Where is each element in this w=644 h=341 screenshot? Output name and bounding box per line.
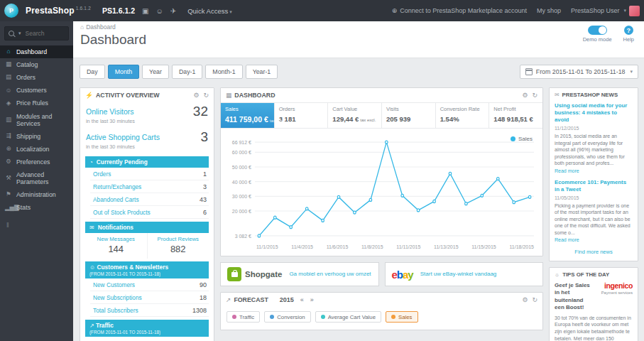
activity-overview-panel: ⚡ ACTIVITY OVERVIEW ⚙↻ Online Visitors 3… <box>80 87 214 341</box>
legend-traffic-toggle[interactable]: Traffic <box>227 311 260 323</box>
sidebar-item-advanced-parameters[interactable]: ⚒Advanced Parameters <box>0 168 73 188</box>
refresh-icon[interactable]: ↻ <box>532 296 537 303</box>
kpi-cart-value-tab[interactable]: Cart Value129,44 €tax excl. <box>328 103 382 128</box>
calendar-icon <box>525 68 533 75</box>
filter-day-1-button[interactable]: Day-1 <box>172 65 202 79</box>
prestashop-admin: P PrestaShop1.6.1.2 PS1.6.1.2 ▣ ☺ ✈ Quic… <box>0 0 644 341</box>
kpi-sales-tab[interactable]: Sales411 759,00 €tax excl. <box>221 103 275 128</box>
sidebar-item-administration[interactable]: ⚑Administration <box>0 188 73 201</box>
shopgate-link[interactable]: Ga mobiel en verhoog uw omzet <box>289 271 371 278</box>
sidebar-item-price-rules[interactable]: ◈Price Rules <box>0 97 73 109</box>
new-messages-cell[interactable]: New Messages144 <box>85 233 147 259</box>
sidebar-item-orders[interactable]: ▤Orders <box>0 71 73 84</box>
prestashop-logo[interactable]: P <box>4 4 18 18</box>
filter-year-1-button[interactable]: Year-1 <box>246 65 278 79</box>
sales-line-chart <box>255 136 534 242</box>
pending-row-link[interactable]: Abandoned Carts <box>93 196 139 203</box>
gear-icon[interactable]: ⚙ <box>522 92 528 99</box>
module-ads-row: Shopgate Ga mobiel en verhoog uw omzet e… <box>220 262 543 286</box>
shipping-icon: ⇶ <box>5 133 12 140</box>
plane-icon[interactable]: ✈ <box>170 7 176 15</box>
news-article: Using social media for your business: 4 … <box>550 102 638 178</box>
customers-row-link[interactable]: New Customers <box>93 281 135 288</box>
prev-year-button[interactable]: « <box>300 296 304 303</box>
sidebar-item-catalog[interactable]: ▦Catalog <box>0 58 73 71</box>
chart-legend[interactable]: Sales <box>511 136 533 142</box>
demo-mode-toggle[interactable] <box>588 26 607 35</box>
sidebar-item-dashboard[interactable]: ⌂Dashboard <box>0 45 73 58</box>
active-carts-subtext: in the last 30 minutes <box>80 144 214 153</box>
filter-day-button[interactable]: Day <box>80 65 105 79</box>
gear-icon[interactable]: ⚙ <box>522 296 528 303</box>
user-menu[interactable]: PrestaShop User▾ <box>571 6 640 16</box>
shopgate-ad[interactable]: Shopgate Ga mobiel en verhoog uw omzet <box>220 262 379 286</box>
kpi-conversion-tab[interactable]: Conversion Rate1.54% <box>436 103 490 128</box>
article-title-link[interactable]: Ecommerce 101: Payments in a Tweet <box>555 179 633 193</box>
refresh-icon[interactable]: ↻ <box>532 92 537 99</box>
refresh-icon[interactable]: ↻ <box>203 92 209 99</box>
legend-avg-cart-toggle[interactable]: Average Cart Value <box>315 311 381 323</box>
customers-row-link[interactable]: Total Subscribers <box>93 307 138 314</box>
sidebar-item-shipping[interactable]: ⇶Shipping <box>0 130 73 143</box>
y-axis-label: 30 000 € <box>232 194 251 199</box>
y-axis-label: 66 912 € <box>232 140 251 145</box>
dashboard-icon: ⌂ <box>5 48 12 55</box>
shop-name-link[interactable]: PS1.6.1.2 <box>102 6 135 15</box>
pending-row-link[interactable]: Out of Stock Products <box>93 209 151 216</box>
sidebar-item-stats[interactable]: ▂▅▇Stats <box>0 201 73 214</box>
kpi-net-profit-tab[interactable]: Net Profit148 918,51 € <box>489 103 542 128</box>
marketplace-connect-link[interactable]: ⊕Connect to PrestaShop Marketplace accou… <box>392 7 527 14</box>
sidebar-item-label: Administration <box>16 191 56 198</box>
help-icon[interactable]: ? <box>624 26 633 35</box>
chart-plot-area[interactable]: Sales <box>255 136 534 242</box>
read-more-link[interactable]: Read more <box>555 168 633 173</box>
gear-icon[interactable]: ⚙ <box>193 92 199 99</box>
kpi-orders-tab[interactable]: Orders3 181 <box>275 103 329 128</box>
search-icon <box>9 31 14 36</box>
legend-sales-toggle[interactable]: Sales <box>386 311 418 323</box>
read-more-link[interactable]: Read more <box>555 237 633 242</box>
sidebar-item-customers[interactable]: ☺Customers <box>0 84 73 97</box>
home-icon: ⌂ <box>80 23 84 31</box>
article-title-link[interactable]: Using social media for your business: 4 … <box>555 102 633 124</box>
active-carts-link[interactable]: Active Shopping Carts <box>86 133 160 141</box>
user-icon[interactable]: ☺ <box>156 7 163 15</box>
quick-access-menu[interactable]: Quick Access▾ <box>187 7 232 15</box>
active-carts-value: 3 <box>200 129 208 145</box>
search-type-chevron-icon[interactable]: ▾ <box>18 31 21 36</box>
online-visitors-link[interactable]: Online Visitors <box>86 107 134 116</box>
legend-conversion-toggle[interactable]: Conversion <box>264 311 310 323</box>
pulse-icon: ⚡ <box>85 92 93 99</box>
search-input[interactable] <box>24 29 70 38</box>
sidebar-item-localization[interactable]: ⊕Localization <box>0 143 73 156</box>
sales-chart: 66 912 €60 000 €50 000 €40 000 €30 000 €… <box>222 136 540 242</box>
forecast-year[interactable]: 2015 <box>280 296 294 303</box>
filter-year-button[interactable]: Year <box>142 65 169 79</box>
date-filter-bar: Day Month Year Day-1 Month-1 Year-1 From… <box>80 65 638 79</box>
pending-row-link[interactable]: Orders <box>93 170 111 178</box>
sidebar-item-label: Preferences <box>16 158 50 166</box>
ebay-ad[interactable]: ebay Start uw eBay-winkel vandaag <box>385 262 544 286</box>
pending-row-link[interactable]: Return/Exchanges <box>93 183 141 190</box>
my-shop-link[interactable]: My shop <box>537 7 561 14</box>
kpi-visits-tab[interactable]: Visits205 939 <box>382 103 436 128</box>
date-range-picker[interactable]: From 2015-11-01 To 2015-11-18 ▾ <box>520 65 638 79</box>
sidebar-item-modules[interactable]: ▥Modules and Services <box>0 110 73 130</box>
ebay-link[interactable]: Start uw eBay-winkel vandaag <box>420 271 497 278</box>
next-year-button[interactable]: » <box>310 296 314 303</box>
sidebar-search[interactable]: ▾ <box>4 26 69 40</box>
collapse-sidebar-button[interactable]: ‖ <box>0 215 73 236</box>
clock-icon: ◔ <box>89 159 93 166</box>
find-more-news-link[interactable]: Find more news <box>550 247 638 261</box>
chart-x-axis: 11/1/201511/4/201511/6/201511/8/201511/1… <box>256 244 534 249</box>
cart-icon[interactable]: ▣ <box>142 7 148 15</box>
price-rules-icon: ◈ <box>5 100 12 107</box>
customers-row-link[interactable]: New Subscriptions <box>93 294 142 301</box>
product-reviews-cell[interactable]: Product Reviews882 <box>147 233 209 259</box>
filter-month-1-button[interactable]: Month-1 <box>205 65 242 79</box>
filter-month-button[interactable]: Month <box>108 65 139 79</box>
catalog-icon: ▦ <box>5 61 12 68</box>
sidebar-item-preferences[interactable]: ⚙Preferences <box>0 156 73 168</box>
y-axis-label: 50 000 € <box>232 165 251 170</box>
breadcrumb[interactable]: ⌂Dashboard <box>80 23 644 31</box>
